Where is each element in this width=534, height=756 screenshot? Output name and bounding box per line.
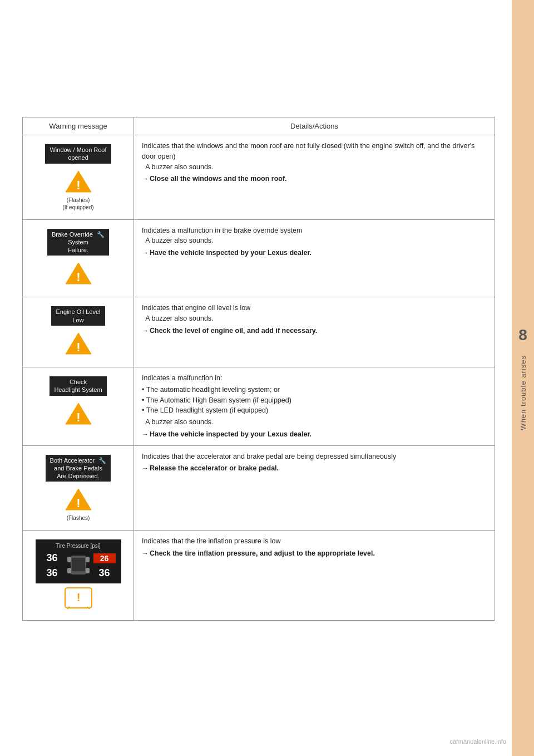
tire-header: Tire Pressure [psi] — [41, 543, 116, 549]
warn-icon-window: ! — [65, 169, 92, 194]
warning-cell-brake-override: Brake Override 🔧 System Failure. ! — [23, 219, 134, 297]
svg-line-19 — [87, 607, 90, 609]
warn-cell-inner: Window / Moon Roof opened ! (Flashes) (I — [31, 141, 126, 214]
details-cell-window: Indicates that the windows and the moon … — [134, 135, 495, 220]
section-title: When trouble arises — [519, 355, 527, 430]
svg-rect-13 — [86, 557, 90, 562]
warning-cell-tire: Tire Pressure [psi] 36 — [23, 531, 134, 621]
warn-icon-headlight: ! — [65, 401, 92, 426]
warning-table: Warning message Details/Actions Window /… — [22, 117, 495, 621]
tire-pressure-display: Tire Pressure [psi] 36 — [36, 539, 121, 583]
list-item: The LED headlight system (if equipped) — [142, 405, 487, 416]
action-oil: → Check the level of engine oil, and add… — [142, 326, 487, 336]
warn-label-headlight: Check Headlight System — [50, 376, 106, 396]
car-top-view-icon — [66, 551, 91, 579]
action-accel: → Release the accelerator or brake pedal… — [142, 463, 487, 474]
warn-label-window: Window / Moon Roof opened — [45, 144, 111, 164]
warning-cell-headlight: Check Headlight System ! — [23, 367, 134, 446]
details-cell-tire: Indicates that the tire inflation pressu… — [134, 531, 495, 621]
warning-cell-engine-oil: Engine Oil Level Low ! — [23, 297, 134, 367]
action-brake: → Have the vehicle inspected by your Lex… — [142, 248, 487, 258]
tire-grid: 36 — [41, 551, 116, 580]
svg-rect-12 — [67, 557, 71, 562]
details-text-window: Indicates that the windows and the moon … — [142, 141, 487, 184]
svg-text:!: ! — [76, 496, 80, 510]
warn-icon-oil: ! — [65, 331, 92, 356]
tire-top-right: 26 — [93, 553, 116, 563]
col-header-warning: Warning message — [23, 117, 134, 135]
details-text-oil: Indicates that engine oil level is low A… — [142, 303, 487, 336]
action-tire: → Check the tire inflation pressure, and… — [142, 548, 487, 559]
details-text-headlight: Indicates a malfunction in: The automati… — [142, 373, 487, 440]
warning-triangle-icon: ! — [65, 169, 92, 194]
headlight-bullet-list: The automatic headlight leveling system;… — [142, 385, 487, 416]
svg-rect-15 — [86, 568, 90, 573]
table-row: Both Accelerator 🔧 and Brake Pedals Are … — [23, 445, 495, 531]
details-text-brake: Indicates a malfunction in the brake ove… — [142, 225, 487, 258]
col-header-details: Details/Actions — [134, 117, 495, 135]
warning-triangle-icon: ! — [65, 487, 92, 512]
warning-cell-accel-brake: Both Accelerator 🔧 and Brake Pedals Are … — [23, 445, 134, 531]
tire-top-left: 36 — [41, 552, 63, 564]
svg-text:!: ! — [76, 270, 80, 284]
details-cell-accel: Indicates that the accelerator and brake… — [134, 445, 495, 531]
warn-flashes-label: (Flashes) — [67, 197, 90, 203]
details-cell-headlight: Indicates a malfunction in: The automati… — [134, 367, 495, 446]
warn-cell-inner-headlight: Check Headlight System ! — [31, 373, 126, 431]
details-text-accel: Indicates that the accelerator and brake… — [142, 451, 487, 474]
car-icon-cell — [65, 551, 92, 580]
svg-text:!: ! — [76, 410, 80, 424]
warn-cell-inner-accel: Both Accelerator 🔧 and Brake Pedals Are … — [31, 451, 126, 525]
svg-text:!: ! — [76, 591, 80, 603]
list-item: The Automatic High Beam system (if equip… — [142, 395, 487, 406]
warn-label-accel: Both Accelerator 🔧 and Brake Pedals Are … — [46, 455, 111, 482]
table-row: Brake Override 🔧 System Failure. ! — [23, 219, 495, 297]
warning-triangle-icon: ! — [65, 261, 92, 286]
warn-cell-inner-oil: Engine Oil Level Low ! — [31, 303, 126, 361]
warn-equipped-label: (If equipped) — [62, 204, 93, 210]
page-container: 8 When trouble arises Warning message De… — [0, 0, 534, 756]
tire-bottom-left: 36 — [41, 567, 63, 579]
tire-pressure-warning-icon: ! — [64, 587, 93, 609]
details-text-tire: Indicates that the tire inflation pressu… — [142, 536, 487, 559]
svg-rect-11 — [72, 558, 85, 571]
warn-flashes-accel: (Flashes) — [67, 515, 90, 521]
list-item: The automatic headlight leveling system;… — [142, 385, 487, 395]
table-row: Engine Oil Level Low ! — [23, 297, 495, 367]
table-row: Window / Moon Roof opened ! (Flashes) (I — [23, 135, 495, 220]
warning-triangle-icon: ! — [65, 401, 92, 426]
watermark: carmanualonline.info — [449, 738, 506, 745]
action-window: → Close all the windows and the moon roo… — [142, 174, 487, 184]
details-cell-oil: Indicates that engine oil level is low A… — [134, 297, 495, 367]
warning-triangle-icon: ! — [65, 331, 92, 356]
main-content: Warning message Details/Actions Window /… — [0, 0, 512, 637]
svg-text:!: ! — [76, 178, 80, 192]
tire-bottom-right: 36 — [93, 567, 116, 579]
warn-label-oil: Engine Oil Level Low — [51, 306, 105, 326]
svg-rect-14 — [67, 568, 71, 573]
svg-line-18 — [67, 607, 70, 609]
warn-label-brake: Brake Override 🔧 System Failure. — [47, 229, 109, 256]
warn-cell-inner-tire: Tire Pressure [psi] 36 — [31, 536, 126, 615]
warn-cell-inner-brake: Brake Override 🔧 System Failure. ! — [31, 225, 126, 292]
warn-icon-brake: ! — [65, 261, 92, 286]
table-row: Tire Pressure [psi] 36 — [23, 531, 495, 621]
warning-cell-window: Window / Moon Roof opened ! (Flashes) (I — [23, 135, 134, 220]
warn-icon-tire: ! — [64, 587, 93, 609]
warn-icon-accel: ! — [65, 487, 92, 512]
svg-text:!: ! — [76, 340, 80, 354]
side-tab: 8 When trouble arises — [512, 0, 534, 756]
section-number: 8 — [518, 326, 527, 344]
action-headlight: → Have the vehicle inspected by your Lex… — [142, 429, 487, 440]
table-row: Check Headlight System ! — [23, 367, 495, 446]
details-cell-brake: Indicates a malfunction in the brake ove… — [134, 219, 495, 297]
